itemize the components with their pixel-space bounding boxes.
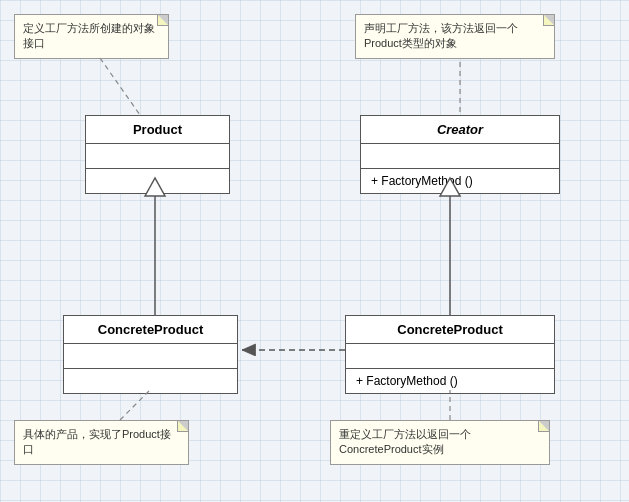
class-product: Product: [85, 115, 230, 194]
class-concrete-product: ConcreteProduct: [63, 315, 238, 394]
class-product-methods: [86, 169, 229, 193]
note-bottom-right-text: 重定义工厂方法以返回一个ConcreteProduct实例: [339, 428, 471, 455]
note-line-bottom-left: [120, 390, 150, 420]
note-bottom-left-text: 具体的产品，实现了Product接口: [23, 428, 171, 455]
class-creator-attributes: [361, 144, 559, 169]
class-concrete-creator-methods: + FactoryMethod (): [346, 369, 554, 393]
class-creator-name: Creator: [361, 116, 559, 144]
class-creator-methods: + FactoryMethod (): [361, 169, 559, 193]
class-concrete-product-attributes: [64, 344, 237, 369]
note-top-left-text: 定义工厂方法所创建的对象接口: [23, 22, 155, 49]
class-concrete-creator-name: ConcreteProduct: [346, 316, 554, 344]
class-concrete-creator-method-text: + FactoryMethod (): [356, 374, 458, 388]
class-concrete-product-name: ConcreteProduct: [64, 316, 237, 344]
class-product-attributes: [86, 144, 229, 169]
class-concrete-creator-attributes: [346, 344, 554, 369]
class-creator: Creator + FactoryMethod (): [360, 115, 560, 194]
note-bottom-right: 重定义工厂方法以返回一个ConcreteProduct实例: [330, 420, 550, 465]
note-top-right-text: 声明工厂方法，该方法返回一个Product类型的对象: [364, 22, 518, 49]
class-concrete-product-methods: [64, 369, 237, 393]
note-top-right: 声明工厂方法，该方法返回一个Product类型的对象: [355, 14, 555, 59]
class-product-name: Product: [86, 116, 229, 144]
class-concrete-creator: ConcreteProduct + FactoryMethod (): [345, 315, 555, 394]
note-line-top-left: [100, 58, 140, 115]
class-creator-method-text: + FactoryMethod (): [371, 174, 473, 188]
diagram-container: 定义工厂方法所创建的对象接口 声明工厂方法，该方法返回一个Product类型的对…: [0, 0, 629, 502]
note-bottom-left: 具体的产品，实现了Product接口: [14, 420, 189, 465]
note-top-left: 定义工厂方法所创建的对象接口: [14, 14, 169, 59]
